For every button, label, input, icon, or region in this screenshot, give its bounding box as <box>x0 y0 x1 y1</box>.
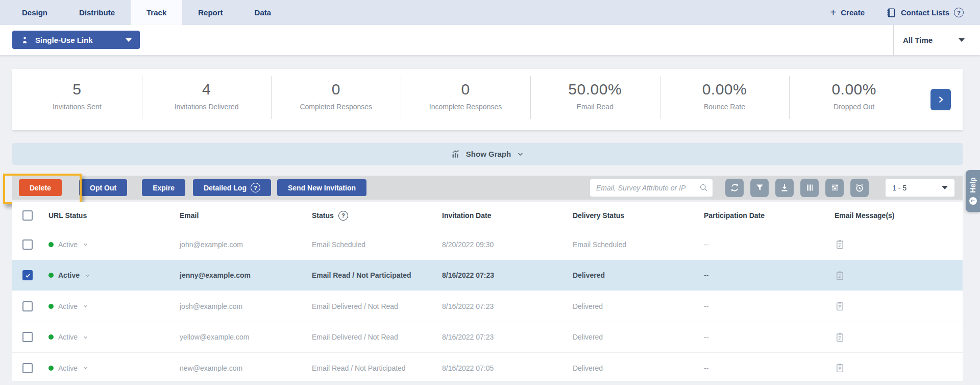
stats-next-section <box>919 69 963 130</box>
chevron-down-icon <box>82 334 89 341</box>
status-cell: Email Delivered / Not Read <box>312 333 442 341</box>
participation-date-cell: -- <box>704 364 835 372</box>
email-message-clipboard-icon[interactable] <box>835 363 845 373</box>
delete-button[interactable]: Delete <box>19 179 62 196</box>
email-message-clipboard-icon[interactable] <box>835 301 845 311</box>
tune-button[interactable] <box>825 179 844 197</box>
refresh-button[interactable] <box>725 179 744 197</box>
column-header-url-status: URL Status <box>48 211 180 220</box>
table-row[interactable]: Active john@example.com Email Scheduled … <box>12 229 963 260</box>
time-filter-dropdown[interactable]: All Time <box>893 25 980 55</box>
show-graph-toggle[interactable]: Show Graph <box>12 143 963 165</box>
channel-selector-button[interactable]: Single-Use Link <box>12 31 140 49</box>
stat-card: 0.00% Bounce Rate <box>660 69 790 130</box>
column-header-status: Status? <box>312 211 442 221</box>
stat-value: 4 <box>202 81 211 98</box>
table-row[interactable]: Active josh@example.com Email Delivered … <box>12 291 963 322</box>
column-header-invitation-date: Invitation Date <box>442 211 573 220</box>
row-checkbox[interactable] <box>22 332 33 342</box>
stat-label: Invitations Sent <box>53 103 102 111</box>
active-dot-icon <box>48 366 54 371</box>
delivery-status-cell: Delivered <box>573 271 704 279</box>
detailed-log-button[interactable]: Detailed Log? <box>193 179 271 196</box>
email-messages-cell <box>835 270 963 281</box>
help-circle-icon[interactable]: ? <box>954 8 964 17</box>
stats-next-button[interactable] <box>930 89 951 110</box>
nav-right-actions: + Create Contact Lists ? <box>830 0 964 25</box>
help-tab[interactable]: ? Help <box>966 170 980 212</box>
stat-value: 0 <box>461 81 470 98</box>
stat-value: 50.00% <box>568 81 622 98</box>
url-status-cell[interactable]: Active <box>48 364 180 372</box>
stat-label: Invitations Delivered <box>175 103 239 111</box>
nav-tab-design[interactable]: Design <box>6 0 63 25</box>
column-header-participation-date: Participation Date <box>704 211 835 220</box>
time-filter-label: All Time <box>903 36 933 44</box>
columns-button[interactable] <box>800 179 819 197</box>
expire-button[interactable]: Expire <box>142 179 185 196</box>
download-button[interactable] <box>775 179 794 197</box>
nav-tab-report[interactable]: Report <box>182 0 238 25</box>
stat-value: 0.00% <box>831 81 876 98</box>
table-header-row: URL StatusEmailStatus?Invitation DateDel… <box>12 202 963 229</box>
url-status-cell[interactable]: Active <box>48 271 180 279</box>
invitation-date-cell: 8/16/2022 07:23 <box>442 302 573 310</box>
table-row[interactable]: Active new@example.com Email Read / Not … <box>12 352 963 383</box>
table-row[interactable]: Active yellow@example.com Email Delivere… <box>12 322 963 353</box>
subheader: Single-Use Link All Time <box>0 25 980 55</box>
search-box <box>590 179 713 197</box>
status-cell: Email Delivered / Not Read <box>312 302 442 310</box>
stat-card: 50.00% Email Read <box>530 69 660 130</box>
notebook-icon <box>885 7 896 18</box>
chevron-down-icon <box>82 241 89 248</box>
nav-tab-track[interactable]: Track <box>131 0 182 25</box>
invitation-date-cell: 8/16/2022 07:23 <box>442 333 573 341</box>
select-all-checkbox[interactable] <box>22 210 33 221</box>
email-message-clipboard-icon[interactable] <box>835 332 845 343</box>
status-cell: Email Read / Not Participated <box>312 271 442 279</box>
search-icon <box>699 183 708 195</box>
search-input[interactable] <box>590 179 713 197</box>
url-status-cell[interactable]: Active <box>48 302 180 310</box>
email-message-clipboard-icon[interactable] <box>835 239 845 250</box>
email-cell: new@example.com <box>180 364 312 372</box>
page-range-dropdown[interactable]: 1 - 5 <box>886 179 954 197</box>
filter-button[interactable] <box>750 179 769 197</box>
bulk-actions-toolbar: DeleteOpt OutExpireDetailed Log?Send New… <box>12 176 963 200</box>
chevron-down-icon <box>959 38 965 42</box>
status-cell: Email Scheduled <box>312 240 442 249</box>
schedule-button[interactable] <box>850 179 869 197</box>
email-cell: john@example.com <box>180 240 312 249</box>
participation-date-cell: -- <box>704 333 835 341</box>
opt-out-button[interactable]: Opt Out <box>79 179 127 196</box>
send-new-invitation-button[interactable]: Send New Invitation <box>277 179 366 196</box>
column-header-email-message-s-: Email Message(s) <box>835 211 963 220</box>
email-messages-cell <box>835 363 963 373</box>
status-cell: Email Read / Not Participated <box>312 364 442 372</box>
row-checkbox[interactable] <box>22 239 33 250</box>
url-status-cell[interactable]: Active <box>48 240 180 249</box>
table-row[interactable]: Active jenny@example.com Email Read / No… <box>12 260 963 291</box>
row-checkbox[interactable] <box>22 270 33 280</box>
help-question-icon: ? <box>969 197 977 205</box>
nav-tab-distribute[interactable]: Distribute <box>63 0 131 25</box>
email-cell: yellow@example.com <box>180 333 312 341</box>
create-label: Create <box>841 8 865 17</box>
email-message-clipboard-icon[interactable] <box>835 270 845 281</box>
create-button[interactable]: + Create <box>830 8 865 17</box>
email-messages-cell <box>835 332 963 343</box>
toolbar-right: 1 - 5 <box>590 179 954 197</box>
nav-tabs: DesignDistributeTrackReportData <box>6 0 287 25</box>
invitation-date-cell: 8/16/2022 07:23 <box>442 271 573 279</box>
row-checkbox[interactable] <box>22 301 33 311</box>
nav-tab-data[interactable]: Data <box>239 0 287 25</box>
chevron-down-icon <box>942 186 948 189</box>
help-circle-icon[interactable]: ? <box>338 211 348 221</box>
row-checkbox[interactable] <box>22 363 33 373</box>
top-navigation: DesignDistributeTrackReportData + Create… <box>0 0 980 25</box>
url-status-cell[interactable]: Active <box>48 333 180 341</box>
column-header-delivery-status: Delivery Status <box>573 211 704 220</box>
email-messages-cell <box>835 239 963 250</box>
active-dot-icon <box>48 273 54 278</box>
contact-lists-button[interactable]: Contact Lists ? <box>885 7 964 18</box>
